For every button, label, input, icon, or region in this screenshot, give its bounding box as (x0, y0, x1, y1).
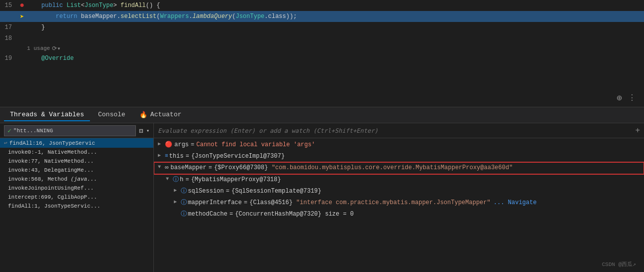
var-name-sqlsession: sqlSession (188, 187, 224, 196)
var-name-h: h (180, 175, 183, 185)
var-name-basemapper: baseMapper (170, 163, 206, 173)
thread-item-text-4: invoke:568, Method (java... (4, 176, 97, 182)
var-equals-h: = (185, 175, 189, 185)
add-watch-icon[interactable]: ⊕ (617, 92, 622, 103)
code-content-15: public List<JsonType> findAll() { (27, 2, 644, 9)
usage-text: 1 usage (27, 45, 50, 51)
thread-item-0[interactable]: ↩ findAll:16, JsonTypeServic (0, 138, 153, 148)
thread-item-2[interactable]: invoke:77, NativeMethod... (0, 157, 153, 166)
code-line-15: 15 ● public List<JsonType> findAll() { (0, 0, 644, 11)
add-watch-button[interactable]: + (635, 127, 640, 135)
code-line-17: 17 } (0, 22, 644, 33)
var-value-sqlsession: {SqlSessionTemplate@7319} (231, 187, 321, 196)
thread-item-6[interactable]: intercept:699, CglibAopP... (0, 193, 153, 202)
editor-toolbar-icons: ⊕ ⋮ (617, 92, 636, 103)
debug-arrow-icon: ➤ (17, 12, 27, 21)
breakpoint-icon: ● (17, 1, 27, 10)
debug-panel: Threads & Variables Console 🔥 Actuator ✓… (0, 107, 644, 272)
var-equals-mapperinterface: = (244, 198, 247, 208)
info-icon-h: ⓘ (173, 175, 179, 185)
var-value-basemapper-str: "com.baomidou.mybatisplus.core.override.… (272, 163, 513, 173)
thread-check-icon: ✓ (7, 127, 11, 135)
var-value-mapperinterface-str: "interface com.practice.mybatis.mapper.J… (296, 198, 491, 208)
tab-actuator[interactable]: 🔥 Actuator (133, 109, 187, 122)
variables-toolbar: + (154, 123, 644, 138)
thread-back-arrow-0: ↩ (4, 140, 7, 146)
thread-item-text-3: invoke:43, DelegatingMe... (4, 167, 94, 173)
list-icon-this: ≡ (165, 152, 168, 161)
threads-panel: ✓ "htt...NNING ⧈ ▾ ↩ findAll:16, JsonTyp… (0, 123, 154, 272)
thread-item-text-1: invoke0:-1, NativeMethod... (4, 149, 97, 155)
var-value-h: {MybatisMapperProxy@7318} (191, 175, 281, 185)
code-content-17: } (27, 24, 644, 31)
usage-line: 1 usage ⟳▾ (0, 44, 644, 53)
tab-threads-variables[interactable]: Threads & Variables (4, 109, 90, 121)
csdn-watermark: CSDN @西瓜↗ (602, 261, 636, 268)
var-value-methodcache: {ConcurrentHashMap@7320} size = 0 (235, 210, 354, 219)
code-content-16: return baseMapper.selectList(Wrappers.la… (27, 13, 644, 20)
code-editor: 15 ● public List<JsonType> findAll() { ➤… (0, 0, 644, 107)
navigate-link-mapperinterface[interactable]: ... Navigate (494, 198, 537, 208)
flame-icon: 🔥 (139, 111, 147, 119)
var-equals-this: = (185, 152, 189, 161)
eval-expression-input[interactable] (158, 127, 632, 134)
active-thread-label: "htt...NNING (13, 128, 53, 134)
var-equals-sqlsession: = (226, 187, 229, 196)
thread-item-3[interactable]: invoke:43, DelegatingMe... (0, 166, 153, 175)
var-row-mapperinterface[interactable]: ▶ ⓘ mapperInterface = {Class@4516} "inte… (154, 197, 644, 209)
var-row-methodcache[interactable]: ⓘ methodCache = {ConcurrentHashMap@7320}… (154, 209, 644, 220)
thread-item-text-2: invoke:77, NativeMethod... (4, 158, 94, 164)
var-name-mapperinterface: mapperInterface (188, 198, 242, 208)
thread-item-text-6: intercept:699, CglibAopP... (4, 194, 97, 200)
filter-icon[interactable]: ⧈ (139, 127, 143, 135)
thread-item-7[interactable]: findAll:1, JsonTypeServic... (0, 202, 153, 211)
threads-toolbar: ✓ "htt...NNING ⧈ ▾ (0, 123, 153, 138)
code-line-19: 19 @Override (0, 53, 644, 64)
expander-h: ▼ (166, 175, 173, 183)
more-options-icon[interactable]: ⋮ (628, 93, 636, 103)
info-icon-mapperinterface: ⓘ (181, 198, 187, 208)
tab-console[interactable]: Console (92, 109, 131, 121)
tab-threads-variables-label: Threads & Variables (10, 111, 84, 118)
var-row-this[interactable]: ▶ ≡ this = {JsonTypeServiceImpl@7307} (154, 151, 644, 162)
var-value-this: {JsonTypeServiceImpl@7307} (191, 152, 285, 161)
var-row-basemapper[interactable]: ▼ ∞ baseMapper = {$Proxy66@7308} "com.ba… (154, 162, 644, 174)
code-line-16: ➤ return baseMapper.selectList(Wrappers.… (0, 11, 644, 22)
expander-methodcache (174, 210, 181, 218)
line-num-15: 15 (2, 2, 17, 9)
thread-item-1[interactable]: invoke0:-1, NativeMethod... (0, 148, 153, 157)
var-name-args: args (174, 140, 189, 150)
variables-panel: + ▶ 🔴 args = Cannot find local variable … (154, 123, 644, 272)
var-name-methodcache: methodCache (188, 210, 227, 219)
code-content-19: @Override (27, 55, 644, 62)
infinity-icon-basemapper: ∞ (165, 163, 168, 173)
tab-console-label: Console (98, 111, 125, 118)
var-row-h[interactable]: ▼ ⓘ h = {MybatisMapperProxy@7318} (154, 174, 644, 186)
var-equals-args: = (191, 140, 194, 150)
thread-item-4[interactable]: invoke:568, Method (java... (0, 175, 153, 184)
thread-item-text-5: invokeJoinpointUsingRef... (4, 185, 94, 191)
var-name-this: this (169, 152, 184, 161)
info-icon-sqlsession: ⓘ (181, 187, 187, 196)
expander-sqlsession: ▶ (174, 187, 181, 195)
expander-mapperinterface: ▶ (174, 198, 181, 206)
var-row-sqlsession[interactable]: ▶ ⓘ sqlSession = {SqlSessionTemplate@731… (154, 186, 644, 197)
var-equals-basemapper: = (208, 163, 212, 173)
debug-tab-bar: Threads & Variables Console 🔥 Actuator (0, 107, 644, 123)
line-num-17: 17 (2, 24, 17, 31)
thread-list: ↩ findAll:16, JsonTypeServic invoke0:-1,… (0, 138, 153, 272)
variables-list: ▶ 🔴 args = Cannot find local variable 'a… (154, 138, 644, 272)
expander-args: ▶ (158, 140, 165, 148)
var-value-args: Cannot find local variable 'args' (196, 140, 315, 150)
var-row-args[interactable]: ▶ 🔴 args = Cannot find local variable 'a… (154, 139, 644, 151)
info-icon-methodcache: ⓘ (181, 210, 187, 219)
active-thread-item[interactable]: ✓ "htt...NNING (4, 125, 136, 136)
error-icon-args: 🔴 (165, 140, 172, 150)
line-num-19: 19 (2, 55, 17, 62)
thread-item-5[interactable]: invokeJoinpointUsingRef... (0, 184, 153, 193)
chevron-down-icon[interactable]: ▾ (146, 128, 149, 134)
var-value-mapperinterface-ref: {Class@4516} (249, 198, 296, 208)
line-num-18: 18 (2, 35, 17, 42)
var-value-basemapper-ref: {$Proxy66@7308} (214, 163, 271, 173)
debug-main-content: ✓ "htt...NNING ⧈ ▾ ↩ findAll:16, JsonTyp… (0, 123, 644, 272)
